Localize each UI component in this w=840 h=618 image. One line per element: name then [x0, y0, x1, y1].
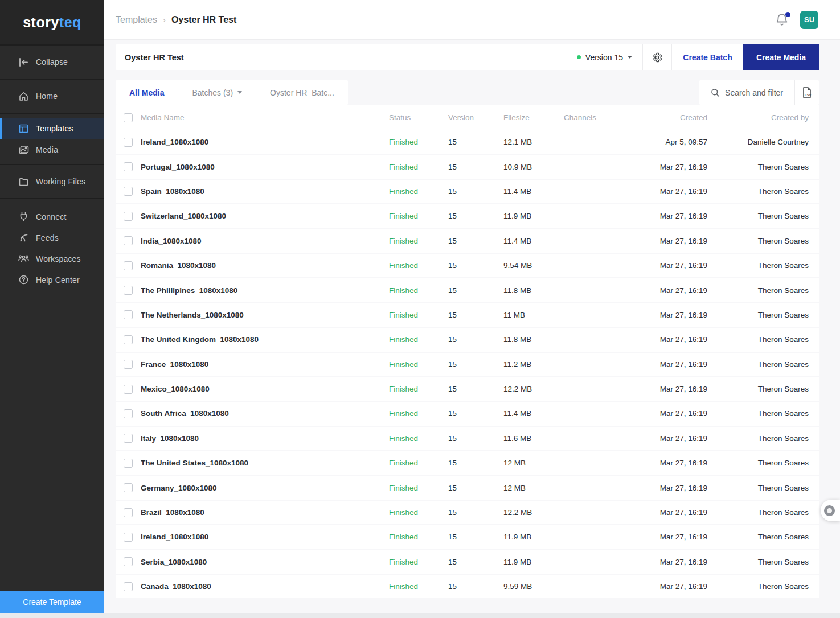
media-name-cell: France_1080x1080 [141, 360, 389, 369]
sidebar-item-workspaces[interactable]: Workspaces [0, 248, 104, 269]
media-name-cell: The Netherlands_1080x1080 [141, 311, 389, 319]
filesize-cell: 11.2 MB [503, 360, 564, 369]
table-row[interactable]: France_1080x1080 Finished 15 11.2 MB Mar… [116, 353, 819, 377]
sidebar-item-label: Templates [36, 124, 73, 133]
sidebar-item-connect[interactable]: Connect [0, 206, 104, 227]
user-avatar[interactable]: SU [800, 11, 818, 29]
row-checkbox[interactable] [124, 187, 133, 196]
version-cell: 15 [448, 212, 503, 220]
table-row[interactable]: Germany_1080x1080 Finished 15 12 MB Mar … [116, 476, 819, 500]
created-by-cell: Theron Soares [707, 533, 809, 541]
sidebar-item-label: Connect [36, 212, 67, 221]
created-cell: Mar 27, 16:19 [632, 459, 707, 467]
created-by-cell: Theron Soares [707, 459, 809, 467]
row-checkbox[interactable] [124, 162, 133, 171]
table-row[interactable]: India_1080x1080 Finished 15 11.4 MB Mar … [116, 229, 819, 254]
table-row[interactable]: Serbia_1080x1080 Finished 15 11.9 MB Mar… [116, 550, 819, 575]
table-row[interactable]: Mexico_1080x1080 Finished 15 12.2 MB Mar… [116, 377, 819, 402]
sidebar-item-working-files[interactable]: Working Files [0, 169, 104, 194]
created-by-cell: Theron Soares [707, 187, 809, 196]
created-by-cell: Theron Soares [707, 385, 809, 393]
row-checkbox[interactable] [124, 212, 133, 221]
row-checkbox[interactable] [124, 483, 133, 492]
status-cell: Finished [389, 484, 448, 492]
search-and-filter-button[interactable]: Search and filter [699, 80, 794, 105]
media-name-cell: The United States_1080x1080 [141, 459, 389, 467]
select-all-checkbox[interactable] [124, 113, 133, 122]
row-checkbox[interactable] [124, 533, 133, 542]
table-row[interactable]: The Netherlands_1080x1080 Finished 15 11… [116, 303, 819, 328]
row-checkbox[interactable] [124, 409, 133, 418]
row-checkbox[interactable] [124, 236, 133, 245]
tab-label: Batches (3) [192, 88, 233, 97]
table-row[interactable]: Canada_1080x1080 Finished 15 9.59 MB Mar… [116, 575, 819, 599]
chevron-down-icon [628, 56, 632, 59]
main-area: Templates › Oyster HR Test SU Oyster HR … [104, 0, 840, 613]
row-checkbox[interactable] [124, 286, 133, 295]
svg-text:CSV: CSV [805, 93, 812, 97]
media-name-cell: Portugal_1080x1080 [141, 163, 389, 171]
table-row[interactable]: The United States_1080x1080 Finished 15 … [116, 451, 819, 476]
row-checkbox[interactable] [124, 335, 133, 344]
sidebar-item-templates[interactable]: Templates [0, 118, 104, 139]
tab-all-media[interactable]: All Media [116, 80, 178, 105]
widget-ring-icon [824, 505, 835, 516]
notifications-button[interactable] [775, 13, 790, 27]
create-batch-button[interactable]: Create Batch [672, 44, 743, 70]
sidebar-item-collapse[interactable]: Collapse [0, 50, 104, 75]
table-row[interactable]: Ireland_1080x1080 Finished 15 11.9 MB Ma… [116, 525, 819, 550]
created-cell: Mar 27, 16:19 [632, 484, 707, 492]
tab-batches[interactable]: Batches (3) [178, 80, 256, 105]
filesize-cell: 12.2 MB [503, 385, 564, 393]
templates-icon [18, 123, 29, 134]
create-template-button[interactable]: Create Template [0, 591, 104, 613]
table-row[interactable]: Spain_1080x1080 Finished 15 11.4 MB Mar … [116, 180, 819, 204]
table-row[interactable]: Switzerland_1080x1080 Finished 15 11.9 M… [116, 204, 819, 229]
top-header: Templates › Oyster HR Test SU [104, 0, 840, 40]
table-row[interactable]: Italy_1080x1080 Finished 15 11.6 MB Mar … [116, 427, 819, 451]
status-cell: Finished [389, 335, 448, 344]
table-row[interactable]: South Africa_1080x1080 Finished 15 11.4 … [116, 402, 819, 426]
table-row[interactable]: The United Kingdom_1080x1080 Finished 15… [116, 328, 819, 352]
table-row[interactable]: Romania_1080x1080 Finished 15 9.54 MB Ma… [116, 254, 819, 278]
table-row[interactable]: Brazil_1080x1080 Finished 15 12.2 MB Mar… [116, 501, 819, 525]
row-checkbox[interactable] [124, 508, 133, 517]
row-checkbox[interactable] [124, 459, 133, 468]
storyteq-logo[interactable]: storyteq [0, 0, 104, 46]
created-cell: Mar 27, 16:19 [632, 582, 707, 591]
create-media-button[interactable]: Create Media [743, 44, 819, 70]
table-row[interactable]: Portugal_1080x1080 Finished 15 10.9 MB M… [116, 155, 819, 179]
row-checkbox[interactable] [124, 385, 133, 394]
version-label: Version 15 [585, 53, 623, 62]
tab-oyster-hr-batch[interactable]: Oyster HR_Batc... [256, 80, 348, 105]
table-row[interactable]: The Phillipines_1080x1080 Finished 15 11… [116, 278, 819, 303]
csv-export-button[interactable]: CSV [795, 80, 819, 105]
version-selector[interactable]: Version 15 [567, 44, 642, 70]
app-window: storyteq Collapse Home [0, 0, 840, 613]
created-by-cell: Theron Soares [707, 558, 809, 566]
row-checkbox[interactable] [124, 310, 133, 319]
floating-widget-button[interactable] [821, 500, 840, 521]
version-cell: 15 [448, 409, 503, 418]
filesize-cell: 11.9 MB [503, 558, 564, 566]
row-checkbox[interactable] [124, 434, 133, 443]
sidebar-item-help-center[interactable]: Help Center [0, 269, 104, 290]
template-title: Oyster HR Test [116, 53, 184, 62]
settings-button[interactable] [643, 44, 671, 70]
row-checkbox[interactable] [124, 261, 133, 270]
gear-icon [651, 52, 663, 63]
sidebar-item-media[interactable]: Media [0, 139, 104, 160]
version-cell: 15 [448, 335, 503, 344]
row-checkbox[interactable] [124, 360, 133, 369]
sidebar-item-feeds[interactable]: Feeds [0, 227, 104, 248]
sidebar-item-home[interactable]: Home [0, 84, 104, 109]
breadcrumb-templates-link[interactable]: Templates [116, 15, 157, 25]
help-circle-icon [18, 274, 29, 285]
sidebar-section-home: Home [0, 80, 104, 114]
table-row[interactable]: Ireland_1080x1080 Finished 15 12.1 MB Ap… [116, 130, 819, 155]
row-checkbox[interactable] [124, 582, 133, 591]
row-checkbox[interactable] [124, 138, 133, 147]
sidebar-item-label: Help Center [36, 275, 80, 285]
template-toolbar: Oyster HR Test Version 15 Create Batch C… [116, 44, 819, 70]
row-checkbox[interactable] [124, 557, 133, 566]
